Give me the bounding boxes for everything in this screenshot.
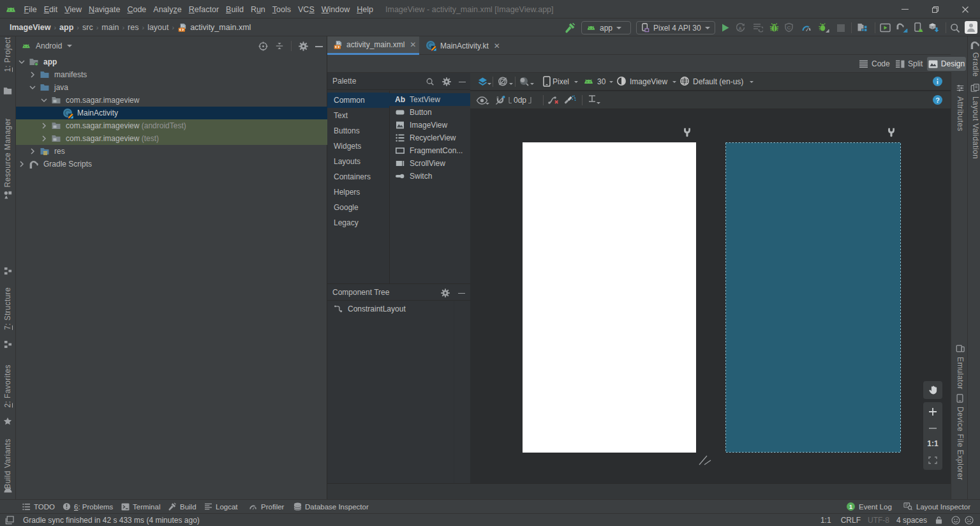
svg-text:?: ?	[935, 96, 940, 104]
svg-text:C: C	[787, 25, 791, 31]
svg-text:A: A	[738, 26, 741, 31]
